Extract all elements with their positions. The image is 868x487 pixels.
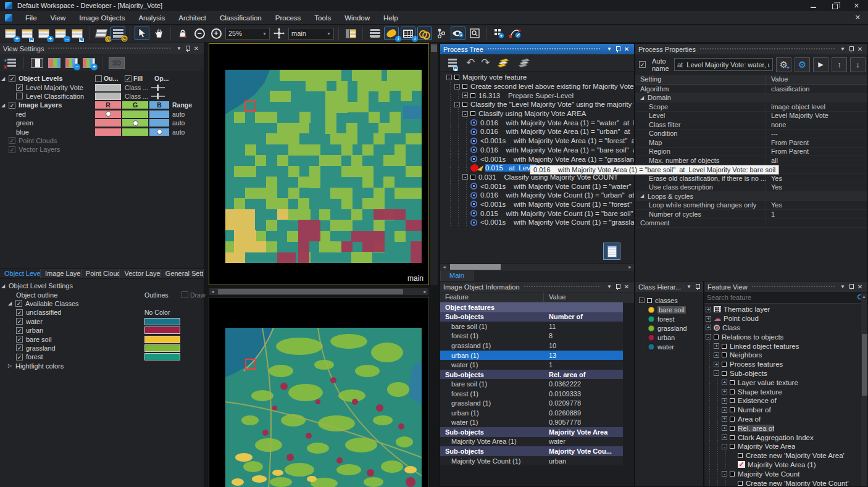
image-object-info-panel-icon[interactable]: i <box>401 27 415 40</box>
feature-view-row[interactable]: ✓Majority Vote Area (1) <box>706 460 861 470</box>
plus-expander-icon[interactable]: + <box>714 362 719 367</box>
tab-main[interactable]: Main <box>440 271 474 281</box>
range-value[interactable]: auto <box>172 119 185 127</box>
feature-checkbox-icon[interactable] <box>730 380 735 385</box>
feature-checkbox-icon[interactable] <box>738 453 743 458</box>
opacity-slider[interactable] <box>151 87 165 88</box>
menu-file[interactable]: File <box>19 14 44 22</box>
feature-row[interactable]: urban (1)13 <box>440 351 623 360</box>
feature-view-close-icon[interactable]: ✕ <box>856 283 864 290</box>
vector-edit-icon[interactable] <box>508 27 523 40</box>
setting-column-header[interactable]: Setting <box>635 75 766 84</box>
feature-view-row[interactable]: +Linked object features <box>706 341 861 351</box>
range-value[interactable]: auto <box>172 110 185 118</box>
class-checkbox[interactable]: ✓ <box>16 344 23 351</box>
process-properties-close-icon[interactable]: ✕ <box>856 46 864 52</box>
plus-expander-icon[interactable]: + <box>722 389 727 394</box>
minus-expander-icon[interactable]: - <box>706 334 711 339</box>
class-hierarchy-menu-icon[interactable]: ▼ <box>685 284 693 289</box>
menu-process[interactable]: Process <box>269 14 308 22</box>
rgb-layer-view-icon[interactable] <box>48 57 61 69</box>
process-tree-menu-icon[interactable]: ▼ <box>605 46 614 52</box>
plus-expander-icon[interactable]: + <box>722 380 727 385</box>
plus-expander-icon[interactable]: + <box>722 398 727 404</box>
menu-tools[interactable]: Tools <box>307 14 338 22</box>
feature-row[interactable]: forest (1)8 <box>440 331 623 341</box>
class-item-forest[interactable]: forest <box>648 314 703 323</box>
execute-icon[interactable] <box>496 56 511 70</box>
process-checkbox-icon[interactable] <box>462 102 467 107</box>
minimize-button[interactable] <box>811 7 816 8</box>
class-hierarchy-pin-icon[interactable] <box>695 283 700 290</box>
edit-level-list-icon[interactable]: +x <box>4 57 17 69</box>
feature-view-row[interactable]: +Number of <box>706 406 861 415</box>
object-levels-checkbox[interactable]: ✓ <box>9 75 15 82</box>
process-tree-row[interactable]: -Classify using Majority Vote AREA <box>440 109 634 119</box>
layer-blue-row[interactable]: blue auto <box>1 127 203 136</box>
level-color-swatch[interactable] <box>95 84 121 91</box>
class-checkbox[interactable]: ✓ <box>16 336 23 343</box>
menu-classification[interactable]: Classification <box>213 14 269 22</box>
opacity-slider[interactable] <box>151 96 165 97</box>
class-row-forest[interactable]: ✓forest <box>1 352 203 361</box>
save-levels-icon[interactable]: ◷ <box>94 27 109 40</box>
level-checkbox[interactable] <box>16 93 23 99</box>
fill-checkbox[interactable]: ✓ <box>125 75 131 82</box>
property-row[interactable]: Max. number of objectsall <box>635 156 867 165</box>
property-row[interactable]: Scopeimage object level <box>635 102 867 112</box>
minus-expander-icon[interactable]: - <box>722 471 727 477</box>
pan-hand-icon[interactable] <box>151 27 166 40</box>
layer-red-row[interactable]: red auto <box>1 110 203 119</box>
view-settings-menu-icon[interactable]: ▼ <box>175 46 183 51</box>
process-tree-row[interactable]: <0.001s with Majority Vote Count (1) = "… <box>440 218 634 227</box>
process-tree-hscrollbar[interactable]: ◄► <box>440 263 634 271</box>
process-tree-row[interactable]: 0.016 with Majority Vote Count (1) = "ur… <box>440 191 634 200</box>
tab-vector-layers[interactable]: Vector Layers <box>120 269 161 278</box>
minus-expander-icon[interactable]: - <box>462 174 468 180</box>
feature-row[interactable]: bare soil (1)11 <box>440 322 623 331</box>
class-colors-label[interactable]: Class ... <box>125 84 148 91</box>
plus-expander-icon[interactable]: + <box>722 435 727 440</box>
layer-plus-icon[interactable]: + <box>82 57 96 69</box>
window-layout-icon[interactable] <box>343 27 358 40</box>
select-cursor-icon[interactable] <box>135 27 149 40</box>
zoom-to-window-icon[interactable] <box>467 27 482 40</box>
hierarchy-nodes-icon[interactable] <box>434 27 449 40</box>
tab-point-clouds[interactable]: Point Clouds <box>81 269 120 278</box>
property-row[interactable]: RegionFrom Parent <box>635 148 867 157</box>
map-select[interactable]: main▼ <box>288 28 334 40</box>
ols-root-row[interactable]: ◢ Object Level Settings <box>1 281 203 290</box>
expander-icon[interactable]: ◢ <box>640 193 648 199</box>
feature-row[interactable]: forest (1)0.0109333 <box>440 389 623 399</box>
ioi-menu-icon[interactable]: ▼ <box>605 284 614 289</box>
feature-view-row[interactable]: +Process features <box>706 360 861 369</box>
feature-checkbox-icon[interactable] <box>730 417 735 422</box>
range-value[interactable]: auto <box>172 128 185 136</box>
move-down-button[interactable]: ↓ <box>850 57 866 72</box>
layer-green-row[interactable]: green auto <box>1 119 203 127</box>
menu-analysis[interactable]: Analysis <box>131 14 172 22</box>
process-properties-pin-icon[interactable] <box>849 46 854 52</box>
class-hierarchy-panel-icon[interactable]: i <box>384 27 399 40</box>
expander-icon[interactable]: ◢ <box>1 102 9 108</box>
feature-row[interactable]: grassland (1)0.0209778 <box>440 398 623 408</box>
minus-expander-icon[interactable]: - <box>446 75 452 80</box>
restore-button[interactable] <box>832 4 838 9</box>
classes-root-row[interactable]: - classes <box>639 296 703 305</box>
process-checkbox-icon[interactable] <box>470 111 475 116</box>
feature-view-row[interactable]: -Sub-objects <box>706 369 861 378</box>
feature-checkbox-icon[interactable] <box>722 362 727 367</box>
feature-checkbox-icon[interactable] <box>722 371 727 376</box>
available-classes-row[interactable]: ◢ ✓ Available Classes <box>1 299 203 308</box>
plus-expander-icon[interactable]: + <box>722 407 727 413</box>
level-color-swatch[interactable] <box>95 93 121 100</box>
execute-all-icon[interactable] <box>517 56 532 70</box>
expander-icon[interactable]: ◢ <box>640 95 648 101</box>
process-name-input[interactable] <box>674 58 773 71</box>
tab-image-layers[interactable]: Image Layers <box>41 269 81 278</box>
plus-expander-icon[interactable]: + <box>706 325 711 330</box>
feature-checkbox-icon[interactable] <box>730 472 735 477</box>
feature-view-row[interactable]: +Shape texture <box>706 387 861 396</box>
property-row[interactable]: Use class descriptionYes <box>635 183 867 193</box>
feature-view-row[interactable]: -Relations to objects <box>706 332 861 341</box>
